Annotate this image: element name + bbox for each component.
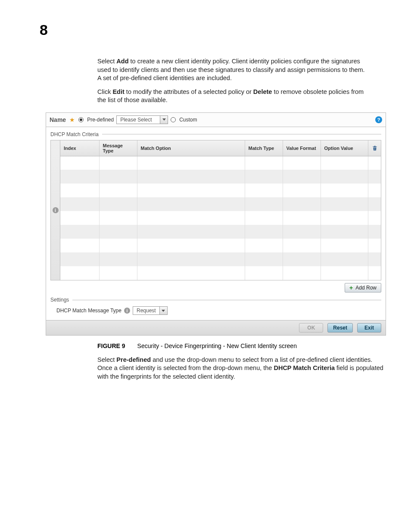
client-identity-panel: Name ★ Pre-defined Please Select Custom … — [46, 112, 386, 336]
col-option-value[interactable]: Option Value — [321, 140, 368, 156]
custom-radio[interactable] — [171, 117, 176, 122]
select-value: Request — [133, 308, 159, 314]
text: Select — [97, 356, 116, 363]
exit-button[interactable]: Exit — [357, 323, 381, 333]
dropdown-arrow-icon — [159, 307, 167, 314]
col-delete[interactable] — [368, 140, 381, 156]
table-row[interactable] — [60, 184, 381, 197]
add-row-button[interactable]: + Add Row — [345, 283, 381, 292]
figure-text: Security - Device Fingerprinting - New C… — [137, 342, 297, 349]
intro-paragraph-2: Click Edit to modify the attributes of a… — [97, 88, 365, 105]
table-row[interactable] — [60, 170, 381, 184]
select-placeholder: Please Select — [117, 117, 160, 123]
col-match-type[interactable]: Match Type — [245, 140, 283, 156]
col-index[interactable]: Index — [60, 140, 99, 156]
text: Select — [97, 58, 116, 65]
col-message-type[interactable]: Message Type — [99, 140, 137, 156]
info-icon[interactable]: i — [53, 207, 59, 213]
table-row[interactable] — [60, 266, 381, 280]
predefined-radio-label: Pre-defined — [87, 117, 114, 123]
table-body — [60, 156, 381, 280]
divider — [72, 300, 381, 300]
col-match-option[interactable]: Match Option — [137, 140, 245, 156]
figure-caption: FIGURE 9Security - Device Fingerprinting… — [97, 342, 365, 349]
text: to modify the attributes of a selected p… — [125, 88, 253, 95]
dropdown-arrow-icon — [160, 116, 168, 124]
trash-icon — [372, 145, 378, 151]
bold-predefined: Pre-defined — [116, 356, 151, 363]
divider — [102, 134, 381, 134]
predefined-select[interactable]: Please Select — [116, 115, 168, 124]
help-icon[interactable]: ? — [375, 116, 382, 123]
name-row: Name ★ Pre-defined Please Select Custom … — [46, 113, 386, 127]
message-type-select[interactable]: Request — [133, 306, 168, 315]
figure-label: FIGURE 9 — [97, 342, 125, 349]
bold-delete: Delete — [253, 88, 272, 95]
settings-title: Settings — [50, 297, 69, 303]
table-row[interactable] — [60, 252, 381, 266]
add-row-label: Add Row — [355, 285, 377, 291]
after-paragraph-1: Select Pre-defined and use the drop-down… — [97, 356, 385, 381]
bold-edit: Edit — [112, 88, 124, 95]
table-row[interactable] — [60, 197, 381, 211]
bold-dhcp-match-criteria: DHCP Match Criteria — [274, 364, 335, 371]
bold-add: Add — [116, 58, 128, 65]
name-label: Name — [50, 116, 66, 123]
panel-footer: OK Reset Exit — [46, 320, 386, 335]
text: Click — [97, 88, 112, 95]
required-star-icon: ★ — [69, 116, 75, 123]
table-row[interactable] — [60, 239, 381, 252]
predefined-radio[interactable] — [78, 117, 84, 122]
table-row[interactable] — [60, 211, 381, 225]
table-header-row: Index Message Type Match Option Match Ty… — [60, 140, 381, 156]
criteria-title: DHCP Match Criteria — [50, 131, 99, 137]
reset-button[interactable]: Reset — [327, 323, 353, 333]
table-gutter: i — [51, 140, 60, 280]
settings-section: Settings — [50, 297, 381, 303]
chapter-number: 8 — [40, 22, 411, 38]
settings-row: DHCP Match Message Type i Request — [56, 306, 381, 315]
criteria-table: i Index Message Type Match Option Match … — [50, 140, 381, 281]
plus-icon: + — [349, 285, 353, 291]
table-row[interactable] — [60, 156, 381, 170]
intro-paragraph-1: Select Add to create a new client identi… — [97, 57, 365, 83]
settings-label: DHCP Match Message Type — [56, 308, 121, 314]
ok-button[interactable]: OK — [299, 323, 323, 333]
text: to create a new client identity policy. … — [97, 58, 365, 81]
criteria-section: DHCP Match Criteria — [50, 131, 381, 137]
info-icon[interactable]: i — [124, 308, 130, 314]
col-value-format[interactable]: Value Format — [283, 140, 321, 156]
custom-radio-label: Custom — [179, 117, 197, 123]
table-row[interactable] — [60, 225, 381, 239]
